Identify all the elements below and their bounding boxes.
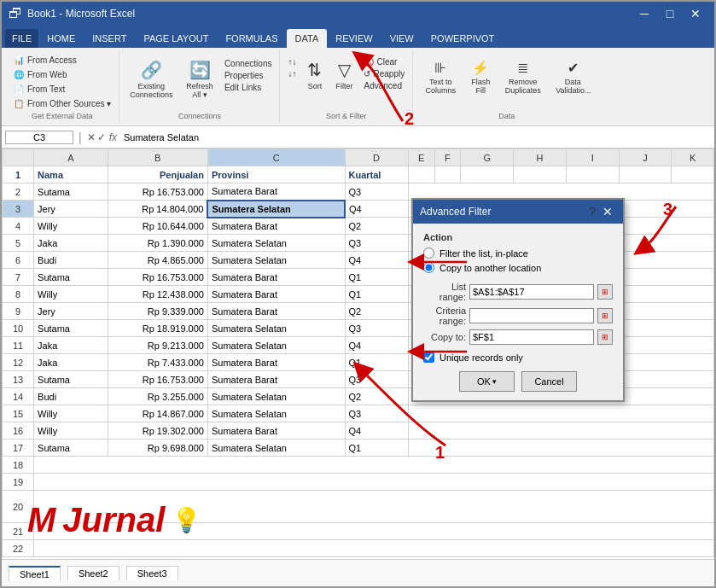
- cell-10b[interactable]: Rp 18.919.000: [108, 320, 207, 337]
- cell-4b[interactable]: Rp 10.644.000: [108, 218, 207, 235]
- cell-6a[interactable]: Budi: [34, 252, 108, 269]
- flash-fill-button[interactable]: ⚡ FlashFill: [466, 56, 495, 98]
- cell-9a[interactable]: Jery: [34, 303, 108, 320]
- cell-1h[interactable]: [514, 166, 567, 183]
- col-header-k[interactable]: K: [672, 149, 714, 166]
- cell-4d[interactable]: Q2: [345, 218, 408, 235]
- cell-7c[interactable]: Sumatera Barat: [207, 269, 345, 286]
- cell-6c[interactable]: Sumatera Selatan: [207, 252, 345, 269]
- tab-view[interactable]: VIEW: [381, 29, 422, 48]
- connections-button[interactable]: Connections: [222, 58, 275, 69]
- cell-10a[interactable]: Sutama: [34, 320, 108, 337]
- col-header-c[interactable]: C: [207, 149, 345, 166]
- cell-3c[interactable]: Sumatera Selatan: [207, 201, 345, 218]
- cell-2d[interactable]: Q3: [345, 183, 408, 201]
- properties-button[interactable]: Properties: [222, 70, 275, 81]
- cell-14d[interactable]: Q2: [345, 388, 408, 405]
- name-box[interactable]: [5, 131, 73, 144]
- cell-1e[interactable]: [408, 166, 434, 183]
- cell-16a[interactable]: Willy: [34, 422, 108, 440]
- maximize-button[interactable]: □: [658, 4, 682, 23]
- ok-button[interactable]: OK ▾: [459, 371, 515, 392]
- tab-insert[interactable]: INSERT: [84, 29, 135, 48]
- cancel-button[interactable]: Cancel: [521, 371, 577, 392]
- from-other-sources-button[interactable]: 📋 From Other Sources ▾: [10, 96, 114, 110]
- cell-8b[interactable]: Rp 12.438.000: [108, 286, 207, 303]
- radio-copy-location-input[interactable]: [423, 262, 434, 273]
- cell-11d[interactable]: Q4: [345, 337, 408, 354]
- sheet-tab-3[interactable]: Sheet3: [126, 566, 178, 580]
- cell-11a[interactable]: Jaka: [34, 337, 108, 354]
- cell-3b[interactable]: Rp 14.804.000: [108, 201, 207, 218]
- cell-8a[interactable]: Willy: [34, 286, 108, 303]
- list-range-input[interactable]: [469, 284, 594, 300]
- cell-3d[interactable]: Q4: [345, 201, 408, 218]
- cell-2b[interactable]: Rp 16.753.000: [108, 183, 207, 201]
- cell-3a[interactable]: Jery: [34, 201, 108, 218]
- cell-8d[interactable]: Q1: [345, 286, 408, 303]
- cell-8c[interactable]: Sumatera Barat: [207, 286, 345, 303]
- cell-17c[interactable]: Sumatera Selatan: [207, 440, 345, 457]
- cell-4c[interactable]: Sumatera Barat: [207, 218, 345, 235]
- cell-13d[interactable]: Q3: [345, 371, 408, 388]
- header-provinsi[interactable]: Provinsi: [207, 166, 345, 183]
- col-header-d[interactable]: D: [345, 149, 408, 166]
- cell-17b[interactable]: Rp 9.698.000: [108, 440, 207, 457]
- sheet-tab-2[interactable]: Sheet2: [67, 566, 119, 580]
- col-header-a[interactable]: A: [34, 149, 108, 166]
- col-header-g[interactable]: G: [461, 149, 514, 166]
- tab-page-layout[interactable]: PAGE LAYOUT: [135, 29, 217, 48]
- cell-9b[interactable]: Rp 9.339.000: [108, 303, 207, 320]
- list-range-select-button[interactable]: ⊞: [597, 284, 613, 300]
- cell-12b[interactable]: Rp 7.433.000: [108, 354, 207, 371]
- col-header-b[interactable]: B: [108, 149, 207, 166]
- cell-16d[interactable]: Q4: [345, 422, 408, 440]
- advanced-filter-dialog[interactable]: Advanced Filter ? ✕ Action Filter the li…: [411, 198, 625, 402]
- cell-13c[interactable]: Sumatera Barat: [207, 371, 345, 388]
- tab-file[interactable]: FILE: [5, 29, 38, 48]
- cell-14a[interactable]: Budi: [34, 388, 108, 405]
- cell-15a[interactable]: Willy: [34, 405, 108, 422]
- cell-6d[interactable]: Q4: [345, 252, 408, 269]
- clear-button[interactable]: 🚫 Clear: [361, 56, 407, 67]
- cell-12c[interactable]: Sumatera Barat: [207, 354, 345, 371]
- from-web-button[interactable]: 🌐 From Web: [10, 67, 114, 81]
- copy-to-select-button[interactable]: ⊞: [597, 329, 613, 345]
- cell-2a[interactable]: Sutama: [34, 183, 108, 201]
- confirm-formula-icon[interactable]: ✓: [97, 131, 106, 143]
- minimize-button[interactable]: ─: [632, 4, 656, 23]
- cell-9c[interactable]: Sumatera Barat: [207, 303, 345, 320]
- cell-13b[interactable]: Rp 16.753.000: [108, 371, 207, 388]
- cell-7b[interactable]: Rp 16.753.000: [108, 269, 207, 286]
- cell-1j[interactable]: [619, 166, 672, 183]
- refresh-all-button[interactable]: 🔄 RefreshAll ▾: [181, 56, 218, 102]
- cell-17d[interactable]: Q1: [345, 440, 408, 457]
- header-nama[interactable]: Nama: [34, 166, 108, 183]
- cell-13a[interactable]: Sutama: [34, 371, 108, 388]
- tab-powerpivot[interactable]: POWERPIVOT: [422, 29, 504, 48]
- cell-1i[interactable]: [566, 166, 619, 183]
- col-header-h[interactable]: H: [514, 149, 567, 166]
- tab-formulas[interactable]: FORMULAS: [217, 29, 286, 48]
- col-header-f[interactable]: F: [434, 149, 461, 166]
- col-header-e[interactable]: E: [408, 149, 434, 166]
- cancel-formula-icon[interactable]: ✕: [87, 131, 96, 143]
- cell-7a[interactable]: Sutama: [34, 269, 108, 286]
- header-kuartal[interactable]: Kuartal: [345, 166, 408, 183]
- advanced-button[interactable]: Advanced: [361, 80, 407, 91]
- filter-button[interactable]: ▽ Filter: [330, 56, 358, 94]
- cell-14b[interactable]: Rp 3.255.000: [108, 388, 207, 405]
- existing-connections-button[interactable]: 🔗 ExistingConnections: [125, 56, 178, 102]
- cell-15c[interactable]: Sumatera Selatan: [207, 405, 345, 422]
- cell-15b[interactable]: Rp 14.867.000: [108, 405, 207, 422]
- cell-15d[interactable]: Q3: [345, 405, 408, 422]
- close-button[interactable]: ✕: [684, 4, 707, 23]
- cell-10d[interactable]: Q3: [345, 320, 408, 337]
- cell-16c[interactable]: Sumatera Barat: [207, 422, 345, 440]
- cell-16b[interactable]: Rp 19.302.000: [108, 422, 207, 440]
- reapply-button[interactable]: ↺ Reapply: [361, 68, 407, 79]
- radio-filter-inplace-input[interactable]: [423, 247, 434, 259]
- cell-14c[interactable]: Sumatera Selatan: [207, 388, 345, 405]
- formula-input[interactable]: [120, 131, 711, 143]
- edit-links-button[interactable]: Edit Links: [222, 82, 275, 93]
